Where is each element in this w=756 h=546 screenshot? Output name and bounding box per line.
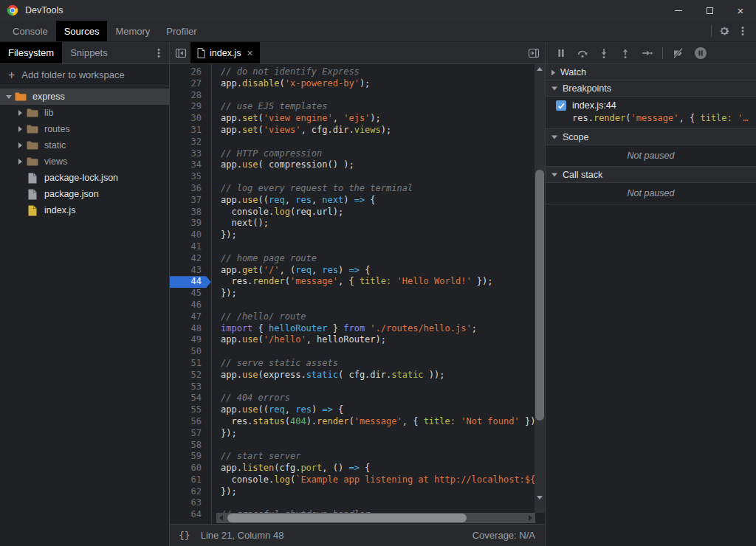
- chevron-right-icon[interactable]: [18, 159, 22, 165]
- vertical-scroll-thumb[interactable]: [535, 170, 544, 421]
- hide-navigator-icon[interactable]: [175, 47, 187, 59]
- gutter-line-31[interactable]: 31: [170, 125, 211, 136]
- scroll-down-icon[interactable]: [537, 496, 543, 500]
- gutter-line-37[interactable]: 37: [170, 195, 211, 207]
- minimize-button[interactable]: [663, 0, 694, 21]
- step-icon[interactable]: [641, 47, 653, 59]
- gutter-line-59[interactable]: 59: [170, 451, 211, 463]
- code-line-63[interactable]: [221, 497, 535, 509]
- gutter-line-35[interactable]: 35: [170, 171, 211, 183]
- code-line-28[interactable]: [221, 90, 535, 102]
- gutter-line-39[interactable]: 39: [170, 218, 211, 229]
- code-line-29[interactable]: // use EJS templates: [221, 101, 535, 113]
- code-line-43[interactable]: app.get('/', (req, res) => {: [221, 265, 535, 277]
- section-watch[interactable]: Watch: [546, 64, 756, 80]
- code-line-54[interactable]: // 404 errors: [221, 393, 535, 404]
- gutter-line-27[interactable]: 27: [170, 78, 211, 90]
- code-line-35[interactable]: [221, 171, 535, 183]
- code-line-33[interactable]: // HTTP compression: [221, 148, 535, 160]
- step-over-icon[interactable]: [577, 47, 588, 59]
- gutter-line-46[interactable]: 46: [170, 300, 211, 311]
- section-call-stack[interactable]: Call stack: [546, 167, 756, 183]
- tree-item-express[interactable]: express: [0, 89, 169, 105]
- step-out-icon[interactable]: [619, 47, 631, 59]
- chevron-right-icon[interactable]: [18, 126, 22, 132]
- gutter-line-51[interactable]: 51: [170, 358, 211, 370]
- code-line-47[interactable]: // /hello/ route: [221, 311, 535, 323]
- gutter-line-33[interactable]: 33: [170, 148, 211, 160]
- chevron-right-icon[interactable]: [18, 142, 22, 148]
- tree-item-package-lock-json[interactable]: package-lock.json: [0, 170, 169, 186]
- settings-gear-icon[interactable]: [718, 25, 730, 37]
- navigator-tab-filesystem[interactable]: Filesystem: [0, 42, 62, 63]
- code-line-30[interactable]: app.set('view engine', 'ejs');: [221, 113, 535, 125]
- step-into-icon[interactable]: [598, 47, 610, 59]
- tab-index-js[interactable]: index.js ×: [190, 42, 260, 63]
- tree-item-index-js[interactable]: index.js: [0, 202, 169, 218]
- breakpoint-checkbox[interactable]: [556, 100, 566, 111]
- tab-memory[interactable]: Memory: [107, 21, 158, 41]
- gutter-line-53[interactable]: 53: [170, 381, 211, 393]
- code-line-27[interactable]: app.disable('x-powered-by');: [221, 78, 535, 90]
- more-options-icon[interactable]: [737, 25, 749, 37]
- code-line-44[interactable]: res.render('message', { title: 'Hello Wo…: [221, 276, 535, 288]
- code-line-31[interactable]: app.set('views', cfg.dir.views);: [221, 125, 535, 136]
- gutter-line-61[interactable]: 61: [170, 474, 211, 486]
- gutter-line-57[interactable]: 57: [170, 428, 211, 440]
- code-line-58[interactable]: [221, 440, 535, 452]
- editor-gutter[interactable]: 2627282930313233343536373839404142434445…: [170, 64, 212, 524]
- code-line-32[interactable]: [221, 136, 535, 148]
- pause-icon[interactable]: [555, 47, 567, 59]
- gutter-line-49[interactable]: 49: [170, 334, 211, 346]
- code-line-34[interactable]: app.use( compression() );: [221, 159, 535, 171]
- gutter-line-34[interactable]: 34: [170, 159, 211, 171]
- breakpoint-entry[interactable]: index.js:44 res.render('message', { titl…: [546, 97, 756, 129]
- scroll-right-icon[interactable]: [529, 515, 532, 521]
- code-line-49[interactable]: app.use('/hello', helloRouter);: [221, 334, 535, 346]
- pause-on-exceptions-icon[interactable]: [694, 46, 707, 60]
- gutter-line-63[interactable]: 63: [170, 497, 211, 509]
- gutter-line-62[interactable]: 62: [170, 486, 211, 498]
- code-line-37[interactable]: app.use((req, res, next) => {: [221, 195, 535, 207]
- code-line-26[interactable]: // do not identify Express: [221, 66, 535, 78]
- gutter-line-28[interactable]: 28: [170, 90, 211, 102]
- tab-close-icon[interactable]: ×: [247, 47, 252, 59]
- maximize-button[interactable]: [694, 0, 725, 21]
- gutter-line-30[interactable]: 30: [170, 113, 211, 125]
- gutter-line-64[interactable]: 64: [170, 509, 211, 521]
- section-breakpoints[interactable]: Breakpoints: [546, 80, 756, 97]
- gutter-line-52[interactable]: 52: [170, 370, 211, 381]
- gutter-line-56[interactable]: 56: [170, 416, 211, 428]
- gutter-line-55[interactable]: 55: [170, 404, 211, 416]
- code-line-46[interactable]: [221, 300, 535, 311]
- tree-item-lib[interactable]: lib: [0, 105, 169, 121]
- scroll-left-icon[interactable]: [219, 515, 223, 521]
- navigator-tab-snippets[interactable]: Snippets: [62, 42, 116, 63]
- gutter-line-43[interactable]: 43: [170, 265, 211, 277]
- section-scope[interactable]: Scope: [546, 129, 756, 145]
- gutter-line-60[interactable]: 60: [170, 463, 211, 474]
- code-line-57[interactable]: });: [221, 428, 535, 440]
- scroll-up-icon[interactable]: [537, 67, 543, 71]
- gutter-line-58[interactable]: 58: [170, 440, 211, 452]
- code-line-42[interactable]: // home page route: [221, 253, 535, 265]
- gutter-line-48[interactable]: 48: [170, 323, 211, 335]
- show-debugger-icon[interactable]: [528, 47, 540, 59]
- gutter-line-29[interactable]: 29: [170, 101, 211, 113]
- tab-sources[interactable]: Sources: [56, 21, 108, 41]
- close-button[interactable]: ×: [725, 0, 756, 21]
- pretty-print-button[interactable]: {}: [170, 530, 198, 541]
- tab-console[interactable]: Console: [4, 21, 56, 41]
- gutter-line-40[interactable]: 40: [170, 229, 211, 241]
- deactivate-breakpoints-icon[interactable]: [673, 47, 684, 59]
- code-line-55[interactable]: app.use((req, res) => {: [221, 404, 535, 416]
- tree-item-static[interactable]: static: [0, 137, 169, 153]
- gutter-line-41[interactable]: 41: [170, 241, 211, 253]
- breakpoint-marker-line-44[interactable]: 44: [170, 276, 211, 288]
- tab-profiler[interactable]: Profiler: [158, 21, 205, 41]
- code-line-60[interactable]: app.listen(cfg.port, () => {: [221, 463, 535, 474]
- chevron-down-icon[interactable]: [6, 95, 12, 99]
- code-editor[interactable]: // do not identify Expressapp.disable('x…: [213, 66, 535, 514]
- code-line-48[interactable]: import { helloRouter } from './routes/he…: [221, 323, 535, 335]
- tree-item-package-json[interactable]: package.json: [0, 186, 169, 202]
